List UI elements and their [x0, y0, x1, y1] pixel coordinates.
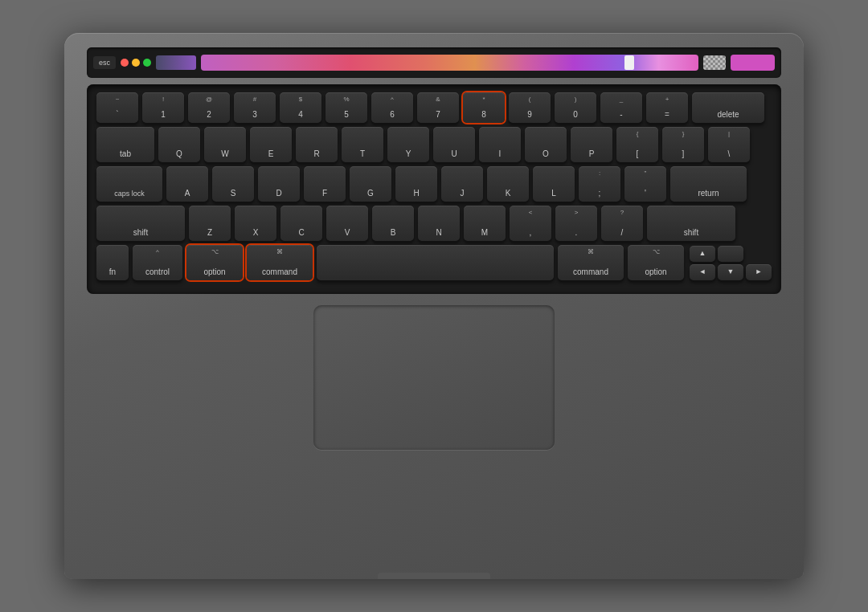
key-return[interactable]: return	[670, 166, 747, 202]
number-row: ~ ` ! 1 @ 2 # 3 $ 4 % 5	[96, 92, 772, 123]
key-option-right[interactable]: ⌥ option	[628, 245, 684, 280]
key-control[interactable]: ^ control	[133, 245, 182, 280]
touchbar-pink	[731, 55, 775, 71]
laptop-body: esc ~ ` ! 1 @ 2	[64, 33, 804, 579]
bottom-row: fn ^ control ⌥ option ⌘ command ⌘ comman…	[96, 245, 772, 280]
key-z[interactable]: Z	[189, 206, 231, 241]
key-d[interactable]: D	[258, 166, 300, 202]
key-b[interactable]: B	[372, 206, 414, 241]
key-9[interactable]: ( 9	[509, 92, 551, 123]
shift-row: shift Z X C V B N M < , > . ? / shift	[96, 206, 772, 241]
key-space[interactable]	[317, 245, 554, 280]
key-shift-right[interactable]: shift	[647, 206, 735, 241]
key-bracket-right[interactable]: } ]	[662, 127, 704, 162]
key-arrow-down[interactable]: ▼	[718, 264, 743, 280]
key-s[interactable]: S	[212, 166, 254, 202]
key-2[interactable]: @ 2	[188, 92, 230, 123]
touchbar-slider	[156, 55, 196, 70]
key-equals[interactable]: + =	[646, 92, 688, 123]
key-l[interactable]: L	[533, 166, 575, 202]
key-1[interactable]: ! 1	[142, 92, 184, 123]
key-arrow-up[interactable]: ▲	[690, 246, 715, 262]
key-0[interactable]: ) 0	[555, 92, 596, 123]
key-semicolon[interactable]: : ;	[579, 166, 620, 202]
touchbar-checkered	[703, 55, 726, 70]
key-k[interactable]: K	[487, 166, 529, 202]
key-7[interactable]: & 7	[417, 92, 459, 123]
key-delete[interactable]: delete	[692, 92, 764, 123]
key-e[interactable]: E	[250, 127, 292, 162]
touchbar-thumb[interactable]	[624, 55, 634, 70]
key-r[interactable]: R	[296, 127, 338, 162]
touchbar-esc[interactable]: esc	[93, 56, 116, 69]
key-arrow-right[interactable]: ►	[746, 264, 772, 280]
key-t[interactable]: T	[342, 127, 383, 162]
key-caps-lock[interactable]: caps lock	[96, 166, 162, 202]
key-command-right[interactable]: ⌘ command	[558, 245, 624, 280]
key-y[interactable]: Y	[387, 127, 429, 162]
key-tilde[interactable]: ~ `	[96, 92, 138, 123]
key-o[interactable]: O	[525, 127, 567, 162]
key-3[interactable]: # 3	[234, 92, 276, 123]
key-bracket-left[interactable]: { [	[616, 127, 658, 162]
touchbar-controls	[121, 59, 151, 67]
key-minus[interactable]: _ -	[600, 92, 642, 123]
key-v[interactable]: V	[326, 206, 368, 241]
key-command-left[interactable]: ⌘ command	[247, 245, 313, 280]
qwerty-row: tab Q W E R T Y U I O P { [ } ] | \	[96, 127, 772, 162]
arrow-bottom: ◄ ▼ ►	[690, 264, 772, 280]
trackpad-area	[313, 305, 555, 450]
key-q[interactable]: Q	[158, 127, 200, 162]
touch-bar: esc	[87, 47, 781, 78]
laptop-bottom-notch	[378, 573, 490, 579]
key-quote[interactable]: " '	[624, 166, 666, 202]
key-option-left[interactable]: ⌥ option	[186, 245, 243, 280]
key-slash[interactable]: ? /	[601, 206, 643, 241]
key-j[interactable]: J	[441, 166, 483, 202]
key-c[interactable]: C	[280, 206, 322, 241]
key-shift-left[interactable]: shift	[96, 206, 185, 241]
key-5[interactable]: % 5	[326, 92, 367, 123]
arrow-cluster: ▲ ◄ ▼ ►	[690, 246, 772, 280]
key-w[interactable]: W	[204, 127, 246, 162]
key-p[interactable]: P	[571, 127, 612, 162]
key-period[interactable]: > .	[555, 206, 597, 241]
tb-minimize-dot	[132, 59, 140, 67]
key-m[interactable]: M	[464, 206, 506, 241]
key-8[interactable]: * 8	[463, 92, 505, 123]
key-g[interactable]: G	[350, 166, 391, 202]
key-x[interactable]: X	[235, 206, 276, 241]
key-n[interactable]: N	[418, 206, 460, 241]
home-row: caps lock A S D F G H J K L : ; " ' retu…	[96, 166, 772, 202]
key-arrow-left[interactable]: ◄	[690, 264, 715, 280]
touchbar-color-bar[interactable]	[201, 55, 698, 71]
key-fn[interactable]: fn	[96, 245, 129, 280]
key-6[interactable]: ^ 6	[371, 92, 413, 123]
key-f[interactable]: F	[304, 166, 346, 202]
key-u[interactable]: U	[433, 127, 475, 162]
tb-close-dot	[121, 59, 129, 67]
arrow-top: ▲	[690, 246, 772, 262]
keyboard: ~ ` ! 1 @ 2 # 3 $ 4 % 5	[87, 84, 781, 294]
key-backslash[interactable]: | \	[708, 127, 750, 162]
key-tab[interactable]: tab	[96, 127, 154, 162]
key-arrow-dummy	[718, 246, 743, 262]
key-h[interactable]: H	[395, 166, 437, 202]
trackpad[interactable]	[313, 305, 555, 450]
key-a[interactable]: A	[166, 166, 208, 202]
tb-maximize-dot	[143, 59, 151, 67]
key-4[interactable]: $ 4	[280, 92, 321, 123]
key-i[interactable]: I	[479, 127, 521, 162]
key-comma[interactable]: < ,	[510, 206, 551, 241]
